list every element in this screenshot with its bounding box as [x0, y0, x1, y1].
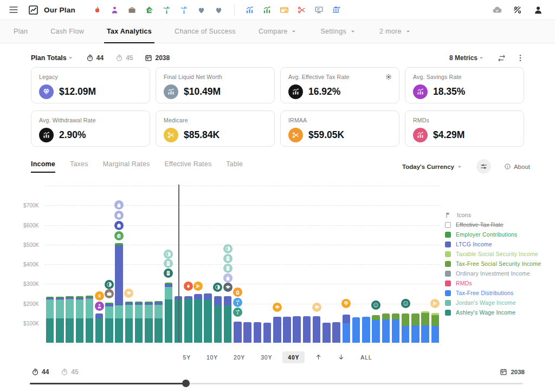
kebab-menu-button[interactable] [516, 54, 525, 62]
year-slider[interactable] [30, 379, 523, 388]
briefcase-marker-icon[interactable] [105, 289, 114, 298]
income-bar[interactable] [303, 316, 311, 343]
home-purchase-icon[interactable] [145, 5, 154, 15]
tab-2-more[interactable]: 2 more [368, 20, 423, 43]
building-marker-icon[interactable] [223, 264, 233, 273]
legend-item[interactable]: Tax-Free Social Security Income [445, 259, 548, 269]
income-bar[interactable] [392, 313, 400, 343]
metric-card-rmds[interactable]: RMDs$4.29M [405, 110, 524, 147]
grad-cap-marker-icon[interactable] [273, 303, 282, 312]
income-bar[interactable] [343, 315, 351, 343]
income-bar[interactable] [184, 296, 192, 343]
building-marker-icon[interactable] [223, 254, 233, 263]
metric-card-irmaa[interactable]: IRMAA$59.05K [280, 110, 399, 147]
metric-card-final-liquid-net-worth[interactable]: Final Liquid Net Worth$10.49M [156, 67, 275, 103]
med-bag-marker-icon[interactable] [233, 288, 242, 297]
chart-tab-income[interactable]: Income [31, 160, 55, 173]
legend-item[interactable]: Effective Tax Rate [445, 220, 548, 230]
income-bar[interactable] [293, 316, 301, 343]
retirement-blue-icon[interactable] [179, 5, 189, 15]
income-bar[interactable] [411, 313, 420, 343]
income-bar[interactable] [145, 302, 153, 343]
income-bar[interactable] [402, 313, 410, 343]
tab-compare[interactable]: Compare [247, 20, 309, 43]
income-bar[interactable] [56, 297, 64, 343]
bank-add-icon[interactable] [332, 5, 341, 15]
chart-tab-effective-rates[interactable]: Effective Rates [165, 160, 212, 173]
income-bar[interactable] [313, 316, 321, 343]
gem-marker-icon[interactable] [341, 299, 351, 308]
bag-marker-icon[interactable] [223, 273, 233, 283]
expense-card-icon[interactable] [280, 5, 289, 15]
income-bar[interactable] [263, 323, 272, 343]
burn-rate-icon[interactable] [93, 5, 102, 15]
building-marker-icon[interactable] [164, 259, 173, 268]
income-chart-green-icon[interactable] [262, 5, 272, 15]
retirement-green-icon[interactable] [162, 5, 172, 15]
account-icon[interactable] [533, 5, 543, 15]
plan-title[interactable]: Our Plan [44, 6, 75, 14]
income-bar[interactable] [204, 293, 212, 343]
income-bar[interactable] [283, 317, 291, 343]
chart-filter-button[interactable] [476, 159, 491, 174]
legend-item[interactable]: Icons [445, 210, 548, 220]
gear-icon[interactable] [385, 73, 392, 81]
income-bar[interactable] [234, 322, 242, 343]
income-bar[interactable] [105, 303, 113, 343]
job-icon[interactable] [127, 5, 137, 15]
tab-plan[interactable]: Plan [2, 20, 39, 43]
healthcare-1-icon[interactable] [197, 5, 206, 15]
medicare-cut-icon[interactable] [297, 5, 307, 15]
income-bar[interactable] [165, 283, 173, 343]
slider-thumb[interactable] [182, 380, 190, 387]
bag-marker-icon[interactable] [114, 200, 124, 210]
legend-item[interactable]: Ashley's Wage Income [445, 308, 548, 317]
income-bar[interactable] [332, 322, 340, 343]
legend-item[interactable]: Ordinary Investment Income [445, 269, 548, 278]
income-bar[interactable] [254, 322, 262, 343]
income-chart-blue-icon[interactable] [245, 5, 255, 15]
income-bar[interactable] [135, 302, 143, 343]
metric-card-medicare[interactable]: Medicare$85.84K [156, 110, 275, 147]
income-bar[interactable] [352, 317, 360, 343]
tab-tax-analytics[interactable]: Tax Analytics [95, 20, 163, 43]
income-bar[interactable] [421, 311, 429, 343]
metrics-dropdown[interactable]: 8 Metrics [449, 54, 477, 62]
income-bar[interactable] [66, 296, 74, 343]
half-marker-icon[interactable] [164, 250, 173, 259]
metric-card-legacy[interactable]: Legacy$12.09M [31, 67, 150, 103]
income-bar[interactable] [243, 322, 251, 343]
legend-item[interactable]: Employer Contributions [445, 230, 548, 239]
range-button-all[interactable]: ALL [355, 351, 377, 363]
tax-toggle-icon[interactable] [513, 5, 522, 15]
legend-item[interactable]: LTCG Income [445, 239, 548, 249]
grad-cap-marker-icon[interactable] [223, 283, 233, 292]
plan-totals-dropdown[interactable]: Plan Totals [31, 54, 67, 62]
home-search-marker-icon[interactable] [114, 231, 124, 240]
range-button-10y[interactable]: 10Y [201, 351, 223, 363]
metric-card-avg-withdrawal-rate[interactable]: Avg. Withdrawal Rate2.90% [31, 110, 150, 147]
income-bar[interactable] [362, 317, 370, 343]
dollar-marker-icon[interactable] [95, 291, 104, 300]
range-button-20y[interactable]: 20Y [228, 351, 250, 363]
half-marker-icon[interactable] [223, 244, 233, 253]
income-bar[interactable] [322, 323, 331, 343]
swap-metrics-button[interactable] [497, 54, 506, 63]
income-bar[interactable] [76, 296, 84, 343]
presentation-icon[interactable] [314, 5, 324, 15]
palm-marker-icon[interactable] [233, 308, 242, 317]
income-bar[interactable] [273, 317, 281, 343]
palm-marker-icon[interactable] [233, 298, 242, 307]
range-button-40y[interactable]: 40Y [282, 351, 305, 363]
income-bar[interactable] [431, 313, 440, 343]
tab-settings[interactable]: Settings [309, 20, 368, 43]
income-bar[interactable] [154, 301, 163, 343]
range-button-5y[interactable]: 5Y [178, 351, 196, 363]
income-bar[interactable] [86, 296, 94, 343]
chart-tab-taxes[interactable]: Taxes [70, 160, 88, 173]
social-security-marker-icon[interactable] [401, 299, 410, 308]
currency-dropdown[interactable]: Today's Currency [402, 163, 463, 171]
income-bar[interactable] [46, 297, 54, 343]
house-marker-icon[interactable] [114, 221, 124, 230]
social-security-marker-icon[interactable] [371, 300, 380, 310]
